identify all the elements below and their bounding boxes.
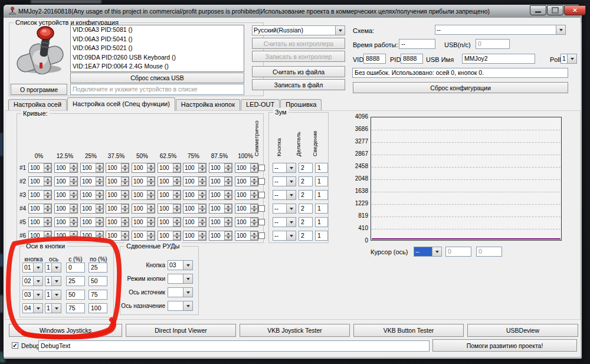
value-spinner[interactable]: 100 [80,190,104,200]
cursor-axis-select[interactable]: -- [414,247,442,257]
chevron-down-icon[interactable] [432,247,441,256]
uptime-field[interactable]: -- [399,39,435,49]
tool-button-1[interactable]: Direct Input Viewer [126,324,236,337]
zoom-button-select[interactable]: -- [273,163,296,173]
spinner-down-button[interactable] [70,168,77,173]
spinner-up-button[interactable] [250,231,258,236]
chevron-down-icon[interactable] [567,54,576,63]
spinner-up-button[interactable] [44,191,51,195]
spinner-down-button[interactable] [70,209,77,214]
reset-usb-list-button[interactable]: Сброс списка USB [70,73,244,83]
axis-button-select[interactable]: 02 [22,276,43,286]
zoom-divider-field[interactable]: 2 [299,204,313,214]
spinner-up-button[interactable] [70,231,77,236]
spinner-down-button[interactable] [250,222,258,227]
spinner-up-button[interactable] [44,231,51,236]
symmetric-checkbox[interactable] [258,178,265,185]
chevron-down-icon[interactable] [183,288,192,297]
debug-checkbox[interactable]: ✓ [12,342,18,349]
cursor-x-field[interactable]: 0 [445,247,471,257]
value-spinner[interactable]: 100 [235,190,258,200]
spinner-up-button[interactable] [173,191,181,195]
spinner-down-button[interactable] [198,168,206,173]
spinner-down-button[interactable] [224,209,232,214]
spinner-down-button[interactable] [121,236,129,241]
spinner-up-button[interactable] [224,191,232,195]
chevron-down-icon[interactable] [51,263,61,272]
device-hint-field[interactable]: Подключите и укажите устройство в списке [70,84,244,95]
spinner-up-button[interactable] [250,191,258,195]
value-spinner[interactable]: 100 [106,176,129,186]
value-spinner[interactable]: 100 [80,163,104,173]
value-spinner[interactable]: 100 [183,190,206,200]
value-spinner[interactable]: 100 [132,190,155,200]
value-spinner[interactable]: 100 [209,190,232,200]
chevron-down-icon[interactable] [286,204,296,213]
value-spinner[interactable]: 100 [183,231,206,241]
spinner-down-button[interactable] [198,182,206,186]
value-spinner[interactable]: 100 [209,163,232,173]
spinner-up-button[interactable] [121,191,129,195]
value-spinner[interactable]: 100 [235,163,258,173]
value-spinner[interactable]: 100 [54,231,78,241]
cursor-y-field[interactable]: 0 [476,247,502,257]
value-spinner[interactable]: 100 [183,217,206,227]
tab-1[interactable]: Настройка осей (Спец функции) [67,97,175,111]
spinner-down-button[interactable] [147,236,155,241]
chevron-down-icon[interactable] [183,274,192,283]
spinner-down-button[interactable] [173,168,181,173]
chevron-down-icon[interactable] [286,218,296,227]
spinner-down-button[interactable] [96,195,103,200]
value-spinner[interactable]: 100 [80,217,104,227]
spinner-down-button[interactable] [44,209,51,214]
spinner-down-button[interactable] [44,168,51,173]
spinner-down-button[interactable] [224,182,232,186]
value-spinner[interactable]: 100 [132,163,155,173]
chevron-down-icon[interactable] [33,263,42,272]
value-spinner[interactable]: 100 [28,231,52,241]
chevron-down-icon[interactable] [33,290,42,299]
symmetric-checkbox[interactable] [258,192,265,198]
axis-number-select[interactable]: 1 [45,290,61,300]
spinner-down-button[interactable] [147,222,155,227]
spinner-up-button[interactable] [121,218,129,222]
spinner-down-button[interactable] [147,168,155,173]
zoom-divider-field[interactable]: 2 [299,163,313,173]
value-spinner[interactable]: 100 [54,204,78,214]
spinner-up-button[interactable] [121,231,129,236]
value-spinner[interactable]: 100 [209,176,232,186]
spinner-up-button[interactable] [250,177,258,182]
value-spinner[interactable]: 100 [54,176,78,186]
spinner-down-button[interactable] [224,236,232,241]
spinner-down-button[interactable] [96,222,103,227]
spinner-up-button[interactable] [250,218,258,222]
spinner-up-button[interactable] [147,218,155,222]
spinner-up-button[interactable] [96,204,103,209]
spinner-up-button[interactable] [250,163,258,168]
value-spinner[interactable]: 100 [209,217,232,227]
value-spinner[interactable]: 100 [132,204,155,214]
zoom-divider-field[interactable]: 2 [299,231,313,241]
spinner-up-button[interactable] [198,163,206,168]
zoom-button-select[interactable]: -- [273,204,296,214]
spinner-down-button[interactable] [96,236,103,241]
value-spinner[interactable]: 100 [235,217,258,227]
spinner-up-button[interactable] [147,177,155,182]
value-spinner[interactable]: 100 [183,163,206,173]
zoom-convergence-field[interactable]: 1 [315,190,328,200]
usb-name-field[interactable]: MMJoy2 [462,54,535,64]
device-list-item[interactable]: VID:06A3 PID:5021 () [71,44,244,53]
maximize-button[interactable] [547,5,563,15]
value-spinner[interactable]: 100 [28,176,52,186]
debug-text-field[interactable]: DebugText [38,340,430,352]
spinner-up-button[interactable] [173,163,181,168]
axis-from-field[interactable]: 75 [66,303,85,313]
symmetric-checkbox[interactable] [258,232,265,239]
spinner-up-button[interactable] [96,177,103,182]
spinner-down-button[interactable] [250,209,258,214]
minimize-button[interactable] [530,5,546,15]
spinner-down-button[interactable] [198,222,206,227]
spinner-down-button[interactable] [44,222,51,227]
spinner-up-button[interactable] [198,218,206,222]
chevron-down-icon[interactable] [286,231,296,240]
